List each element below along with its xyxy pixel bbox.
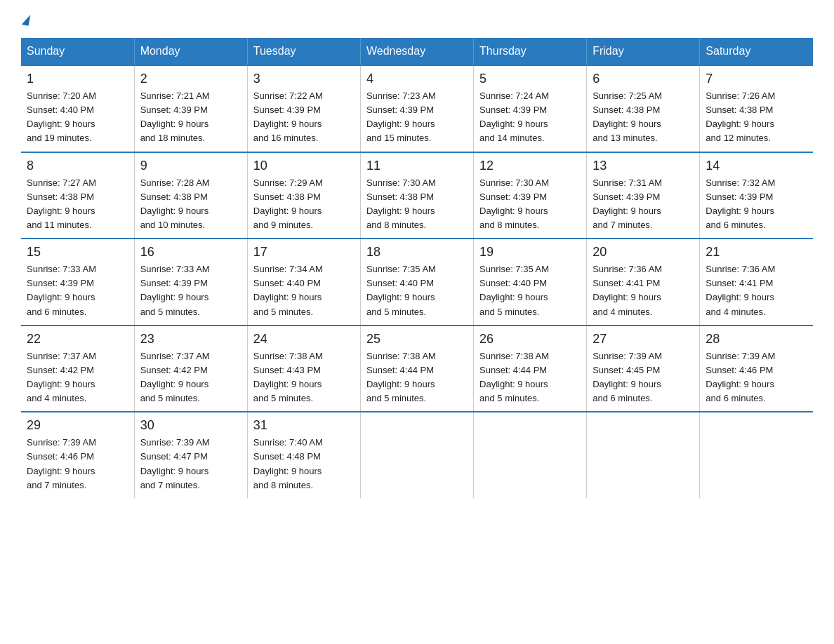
calendar-cell: 31 Sunrise: 7:40 AM Sunset: 4:48 PM Dayl…	[247, 412, 360, 498]
calendar-cell: 5 Sunrise: 7:24 AM Sunset: 4:39 PM Dayli…	[474, 65, 587, 152]
calendar-cell: 27 Sunrise: 7:39 AM Sunset: 4:45 PM Dayl…	[587, 326, 700, 412]
day-number: 2	[140, 72, 241, 86]
calendar-cell: 7 Sunrise: 7:26 AM Sunset: 4:38 PM Dayli…	[700, 65, 813, 152]
calendar-cell: 11 Sunrise: 7:30 AM Sunset: 4:38 PM Dayl…	[360, 152, 473, 239]
calendar-cell: 22 Sunrise: 7:37 AM Sunset: 4:42 PM Dayl…	[21, 326, 134, 412]
calendar-cell: 20 Sunrise: 7:36 AM Sunset: 4:41 PM Dayl…	[587, 239, 700, 326]
day-number: 11	[366, 159, 468, 173]
calendar-cell: 16 Sunrise: 7:33 AM Sunset: 4:39 PM Dayl…	[134, 239, 247, 326]
week-row-4: 22 Sunrise: 7:37 AM Sunset: 4:42 PM Dayl…	[21, 326, 813, 412]
calendar-cell: 15 Sunrise: 7:33 AM Sunset: 4:39 PM Dayl…	[21, 239, 134, 326]
day-info: Sunrise: 7:30 AM Sunset: 4:39 PM Dayligh…	[479, 176, 581, 233]
day-number: 29	[27, 418, 128, 433]
calendar-cell: 2 Sunrise: 7:21 AM Sunset: 4:39 PM Dayli…	[134, 65, 247, 152]
day-number: 19	[479, 245, 581, 260]
day-number: 27	[593, 332, 694, 347]
calendar-cell: 9 Sunrise: 7:28 AM Sunset: 4:38 PM Dayli…	[134, 152, 247, 239]
day-number: 14	[706, 159, 807, 173]
week-row-3: 15 Sunrise: 7:33 AM Sunset: 4:39 PM Dayl…	[21, 239, 813, 326]
day-info: Sunrise: 7:26 AM Sunset: 4:38 PM Dayligh…	[706, 89, 807, 146]
day-info: Sunrise: 7:37 AM Sunset: 4:42 PM Dayligh…	[140, 349, 241, 406]
calendar-cell: 25 Sunrise: 7:38 AM Sunset: 4:44 PM Dayl…	[360, 326, 473, 412]
day-number: 3	[253, 72, 355, 86]
day-info: Sunrise: 7:39 AM Sunset: 4:46 PM Dayligh…	[706, 349, 807, 406]
day-info: Sunrise: 7:34 AM Sunset: 4:40 PM Dayligh…	[253, 262, 355, 319]
day-info: Sunrise: 7:22 AM Sunset: 4:39 PM Dayligh…	[253, 89, 355, 146]
day-number: 18	[366, 245, 468, 260]
calendar-cell: 19 Sunrise: 7:35 AM Sunset: 4:40 PM Dayl…	[474, 239, 587, 326]
day-info: Sunrise: 7:28 AM Sunset: 4:38 PM Dayligh…	[140, 176, 241, 233]
calendar-cell	[360, 412, 473, 498]
weekday-header-monday: Monday	[134, 38, 247, 65]
day-info: Sunrise: 7:20 AM Sunset: 4:40 PM Dayligh…	[27, 89, 128, 146]
calendar-cell: 10 Sunrise: 7:29 AM Sunset: 4:38 PM Dayl…	[247, 152, 360, 239]
calendar-table: SundayMondayTuesdayWednesdayThursdayFrid…	[21, 38, 813, 498]
calendar-cell: 1 Sunrise: 7:20 AM Sunset: 4:40 PM Dayli…	[21, 65, 134, 152]
day-info: Sunrise: 7:25 AM Sunset: 4:38 PM Dayligh…	[593, 89, 694, 146]
week-row-1: 1 Sunrise: 7:20 AM Sunset: 4:40 PM Dayli…	[21, 65, 813, 152]
day-number: 31	[253, 418, 355, 433]
day-info: Sunrise: 7:27 AM Sunset: 4:38 PM Dayligh…	[27, 176, 128, 233]
logo-triangle-icon	[22, 13, 31, 25]
day-info: Sunrise: 7:29 AM Sunset: 4:38 PM Dayligh…	[253, 176, 355, 233]
day-info: Sunrise: 7:32 AM Sunset: 4:39 PM Dayligh…	[706, 176, 807, 233]
day-number: 16	[140, 245, 241, 260]
day-number: 4	[366, 72, 468, 86]
day-info: Sunrise: 7:38 AM Sunset: 4:43 PM Dayligh…	[253, 349, 355, 406]
day-info: Sunrise: 7:23 AM Sunset: 4:39 PM Dayligh…	[366, 89, 468, 146]
weekday-header-sunday: Sunday	[21, 38, 134, 65]
calendar-cell: 8 Sunrise: 7:27 AM Sunset: 4:38 PM Dayli…	[21, 152, 134, 239]
weekday-header-saturday: Saturday	[700, 38, 813, 65]
day-info: Sunrise: 7:21 AM Sunset: 4:39 PM Dayligh…	[140, 89, 241, 146]
day-number: 28	[706, 332, 807, 347]
day-info: Sunrise: 7:36 AM Sunset: 4:41 PM Dayligh…	[593, 262, 694, 319]
day-info: Sunrise: 7:37 AM Sunset: 4:42 PM Dayligh…	[27, 349, 128, 406]
calendar-cell: 30 Sunrise: 7:39 AM Sunset: 4:47 PM Dayl…	[134, 412, 247, 498]
weekday-header-wednesday: Wednesday	[360, 38, 473, 65]
day-number: 12	[479, 159, 581, 173]
day-number: 9	[140, 159, 241, 173]
day-info: Sunrise: 7:35 AM Sunset: 4:40 PM Dayligh…	[479, 262, 581, 319]
calendar-cell: 12 Sunrise: 7:30 AM Sunset: 4:39 PM Dayl…	[474, 152, 587, 239]
calendar-cell: 26 Sunrise: 7:38 AM Sunset: 4:44 PM Dayl…	[474, 326, 587, 412]
day-number: 23	[140, 332, 241, 347]
day-number: 5	[479, 72, 581, 86]
day-info: Sunrise: 7:30 AM Sunset: 4:38 PM Dayligh…	[366, 176, 468, 233]
day-number: 7	[706, 72, 807, 86]
day-info: Sunrise: 7:39 AM Sunset: 4:47 PM Dayligh…	[140, 436, 241, 492]
day-number: 20	[593, 245, 694, 260]
day-info: Sunrise: 7:35 AM Sunset: 4:40 PM Dayligh…	[366, 262, 468, 319]
weekday-header-tuesday: Tuesday	[247, 38, 360, 65]
calendar-cell: 21 Sunrise: 7:36 AM Sunset: 4:41 PM Dayl…	[700, 239, 813, 326]
day-info: Sunrise: 7:31 AM Sunset: 4:39 PM Dayligh…	[593, 176, 694, 233]
day-info: Sunrise: 7:36 AM Sunset: 4:41 PM Dayligh…	[706, 262, 807, 319]
calendar-cell: 23 Sunrise: 7:37 AM Sunset: 4:42 PM Dayl…	[134, 326, 247, 412]
day-info: Sunrise: 7:24 AM Sunset: 4:39 PM Dayligh…	[479, 89, 581, 146]
page-header	[21, 14, 813, 25]
day-number: 13	[593, 159, 694, 173]
calendar-cell: 13 Sunrise: 7:31 AM Sunset: 4:39 PM Dayl…	[587, 152, 700, 239]
calendar-cell: 24 Sunrise: 7:38 AM Sunset: 4:43 PM Dayl…	[247, 326, 360, 412]
weekday-header-thursday: Thursday	[474, 38, 587, 65]
logo	[21, 14, 29, 25]
day-number: 21	[706, 245, 807, 260]
calendar-cell: 28 Sunrise: 7:39 AM Sunset: 4:46 PM Dayl…	[700, 326, 813, 412]
day-number: 8	[27, 159, 128, 173]
day-number: 6	[593, 72, 694, 86]
day-number: 24	[253, 332, 355, 347]
week-row-5: 29 Sunrise: 7:39 AM Sunset: 4:46 PM Dayl…	[21, 412, 813, 498]
week-row-2: 8 Sunrise: 7:27 AM Sunset: 4:38 PM Dayli…	[21, 152, 813, 239]
calendar-cell: 18 Sunrise: 7:35 AM Sunset: 4:40 PM Dayl…	[360, 239, 473, 326]
day-number: 25	[366, 332, 468, 347]
day-info: Sunrise: 7:39 AM Sunset: 4:46 PM Dayligh…	[27, 436, 128, 492]
weekday-header-row: SundayMondayTuesdayWednesdayThursdayFrid…	[21, 38, 813, 65]
calendar-cell	[700, 412, 813, 498]
calendar-cell: 4 Sunrise: 7:23 AM Sunset: 4:39 PM Dayli…	[360, 65, 473, 152]
calendar-cell: 14 Sunrise: 7:32 AM Sunset: 4:39 PM Dayl…	[700, 152, 813, 239]
day-info: Sunrise: 7:40 AM Sunset: 4:48 PM Dayligh…	[253, 436, 355, 492]
calendar-cell: 29 Sunrise: 7:39 AM Sunset: 4:46 PM Dayl…	[21, 412, 134, 498]
day-info: Sunrise: 7:39 AM Sunset: 4:45 PM Dayligh…	[593, 349, 694, 406]
day-info: Sunrise: 7:38 AM Sunset: 4:44 PM Dayligh…	[479, 349, 581, 406]
day-number: 30	[140, 418, 241, 433]
day-info: Sunrise: 7:33 AM Sunset: 4:39 PM Dayligh…	[27, 262, 128, 319]
